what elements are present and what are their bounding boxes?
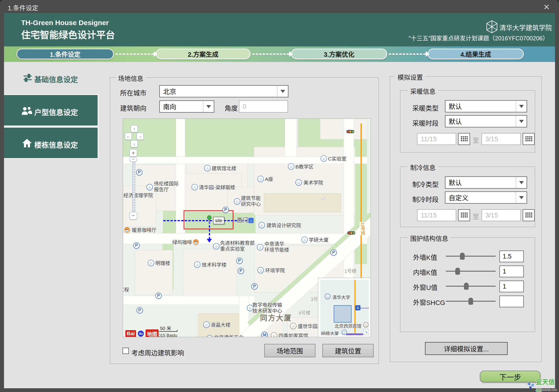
- envelope-value-input[interactable]: 1.5: [499, 251, 524, 262]
- inset-expand-icon[interactable]: ↘: [363, 329, 369, 335]
- map-zoom-out-button[interactable]: −: [130, 212, 137, 219]
- chevron-down-icon[interactable]: [516, 192, 527, 203]
- building-position-button[interactable]: 建筑位置: [322, 344, 374, 357]
- heating-start-date-input[interactable]: 11/15: [417, 133, 456, 145]
- building-poi-icon[interactable]: ⌂: [321, 155, 327, 162]
- building-poi-icon[interactable]: ⌂: [301, 237, 308, 243]
- envelope-slider-thumb[interactable]: [468, 298, 473, 305]
- heating-type-select[interactable]: 默认: [445, 100, 527, 112]
- chevron-down-icon[interactable]: [516, 116, 527, 127]
- school-poi-icon[interactable]: ⌂: [296, 179, 302, 186]
- school-poi-icon[interactable]: ⌂: [259, 222, 265, 228]
- hotel-poi-icon[interactable]: ⌂: [290, 323, 296, 329]
- building-poi-icon[interactable]: ⌂: [288, 163, 294, 170]
- map-zoom-handle[interactable]: −: [130, 157, 137, 162]
- site-marker-pin[interactable]: [207, 215, 211, 219]
- envelope-value-input[interactable]: [499, 296, 524, 307]
- envelope-slider-thumb[interactable]: [460, 253, 465, 260]
- city-select[interactable]: 北京: [159, 85, 289, 97]
- parking-poi-icon[interactable]: P: [330, 249, 337, 256]
- map-bld-area: [123, 186, 156, 227]
- parking-poi-icon[interactable]: P: [136, 169, 142, 175]
- parking-poi-icon[interactable]: P: [155, 292, 162, 299]
- school-poi-icon[interactable]: ⌂: [234, 198, 240, 205]
- close-icon[interactable]: ✕: [541, 2, 552, 12]
- envelope-value-input[interactable]: 1: [499, 265, 524, 277]
- chevron-down-icon[interactable]: [516, 101, 527, 112]
- sidebar-item-unit-info[interactable]: 户型信息设定: [4, 94, 98, 126]
- consider-surroundings-checkbox[interactable]: [122, 348, 129, 354]
- envelope-slider-track[interactable]: [446, 301, 496, 302]
- sidebar-item-basic-info[interactable]: 基础信息设定: [4, 69, 98, 89]
- building-poi-icon[interactable]: ⌂: [148, 260, 154, 266]
- parking-poi-icon[interactable]: P: [137, 307, 143, 313]
- building-poi-icon[interactable]: ⌂: [204, 165, 211, 171]
- envelope-slider-track[interactable]: [446, 271, 496, 272]
- cooling-start-date-input[interactable]: 11/15: [417, 209, 456, 221]
- parking-poi-icon[interactable]: P: [238, 268, 244, 274]
- map-beige-area: [264, 193, 341, 212]
- school-poi-icon[interactable]: ⌂: [257, 267, 264, 273]
- school-poi-icon[interactable]: ⌂: [146, 184, 153, 190]
- calendar-icon[interactable]: [523, 133, 535, 145]
- chevron-down-icon[interactable]: [203, 101, 214, 112]
- cooling-period-value: 自定义: [445, 192, 516, 203]
- map-label: 1号楼: [345, 267, 356, 274]
- envelope-slider-thumb[interactable]: [464, 283, 469, 290]
- cooling-type-select[interactable]: 默认: [445, 176, 527, 189]
- site-boundary-rect[interactable]: [184, 210, 233, 229]
- calendar-icon[interactable]: [458, 209, 470, 221]
- step-connector: [252, 54, 289, 55]
- building-poi-icon[interactable]: ⌂: [194, 261, 200, 268]
- map-pan-↑-button[interactable]: ↑: [131, 125, 138, 132]
- envelope-value-input[interactable]: 1: [499, 281, 524, 292]
- calendar-icon[interactable]: [458, 133, 470, 145]
- heating-end-date-input[interactable]: 3/15: [482, 133, 521, 145]
- coffee-poi-icon[interactable]: ☕: [124, 227, 130, 233]
- building-poi-icon[interactable]: ⌂: [257, 244, 263, 250]
- hotel-poi-icon[interactable]: ⌂: [271, 332, 277, 337]
- cooling-period-select[interactable]: 自定义: [445, 191, 527, 204]
- gate-poi-icon[interactable]: →: [248, 217, 254, 224]
- parking-poi-icon[interactable]: P: [223, 207, 229, 213]
- envelope-slider-track[interactable]: [446, 286, 496, 287]
- step-pill-4[interactable]: 4.结果生成: [428, 49, 524, 59]
- orientation-select[interactable]: 南向: [159, 100, 214, 113]
- overview-inset-canvas[interactable]: ⌂清华大学G北京西郊宾馆⌂网络大厦⌂五道口↘: [320, 280, 369, 335]
- overview-inset-map[interactable]: ⌂清华大学G北京西郊宾馆⌂网络大厦⌂五道口↘: [318, 278, 371, 337]
- map-poi-label: 四季如家宾馆: [279, 333, 308, 337]
- sidebar-item-building-info[interactable]: 楼栋信息设定: [4, 127, 98, 159]
- building-poi-icon[interactable]: ⌂: [203, 321, 210, 328]
- calendar-icon[interactable]: [523, 209, 535, 221]
- chevron-down-icon[interactable]: [277, 86, 288, 97]
- step-pill-3[interactable]: 3.方案优化: [291, 49, 387, 59]
- detail-simulation-button[interactable]: 详细模拟设置...: [425, 342, 508, 355]
- angle-input[interactable]: 0: [239, 100, 288, 113]
- map-poi-label: 液晶大楼: [211, 322, 231, 328]
- parking-poi-icon[interactable]: P: [133, 242, 140, 249]
- map-zoom-slider[interactable]: [132, 158, 135, 212]
- cooling-end-date-input[interactable]: 3/15: [482, 209, 521, 221]
- envelope-slider-track[interactable]: [446, 256, 496, 257]
- baidu-logo-map: 地图: [145, 329, 159, 337]
- school-poi-icon[interactable]: ⌂: [247, 305, 253, 311]
- chevron-down-icon[interactable]: [516, 177, 527, 188]
- building-poi-icon[interactable]: ⌂: [192, 184, 198, 190]
- parking-poi-icon[interactable]: P: [236, 258, 243, 264]
- building-poi-icon[interactable]: ⌂: [257, 176, 264, 182]
- site-range-button[interactable]: 场地范围: [264, 344, 315, 357]
- inset-viewport-rect[interactable]: [334, 305, 352, 323]
- baidu-map[interactable]: site⌂建筑馆北楼⌂清华园-梁銶琚楼⌂伟伦楼国际 报告厅⌂建筑节能 研究中心☕…: [123, 119, 371, 337]
- map-pan-↓-button[interactable]: ↓: [131, 140, 138, 147]
- school-poi-icon[interactable]: ⌂: [213, 243, 219, 249]
- step-pill-1[interactable]: 1.条件设定: [16, 49, 114, 59]
- map-pan-→-button[interactable]: →: [137, 133, 144, 140]
- step-pill-2[interactable]: 2.方案生成: [156, 49, 251, 59]
- parking-poi-icon[interactable]: P: [251, 283, 258, 290]
- map-zoom-in-button[interactable]: +: [130, 149, 137, 157]
- map-pan-←-button[interactable]: ←: [125, 133, 132, 140]
- subway-poi-icon[interactable]: M: [261, 332, 268, 337]
- heating-period-select[interactable]: 默认: [445, 115, 527, 128]
- coffee-poi-icon[interactable]: ☕: [193, 239, 199, 245]
- envelope-slider-thumb[interactable]: [455, 268, 460, 275]
